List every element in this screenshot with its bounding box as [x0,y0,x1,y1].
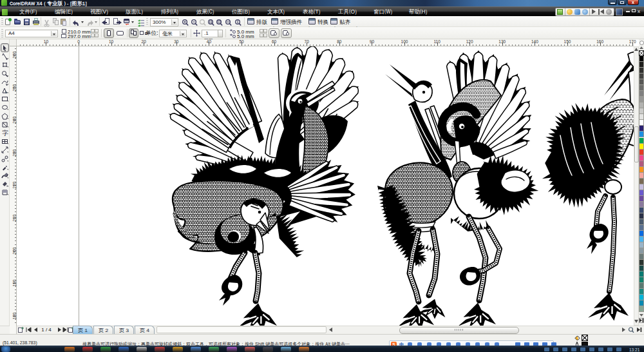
svg-text:字: 字 [3,130,9,137]
